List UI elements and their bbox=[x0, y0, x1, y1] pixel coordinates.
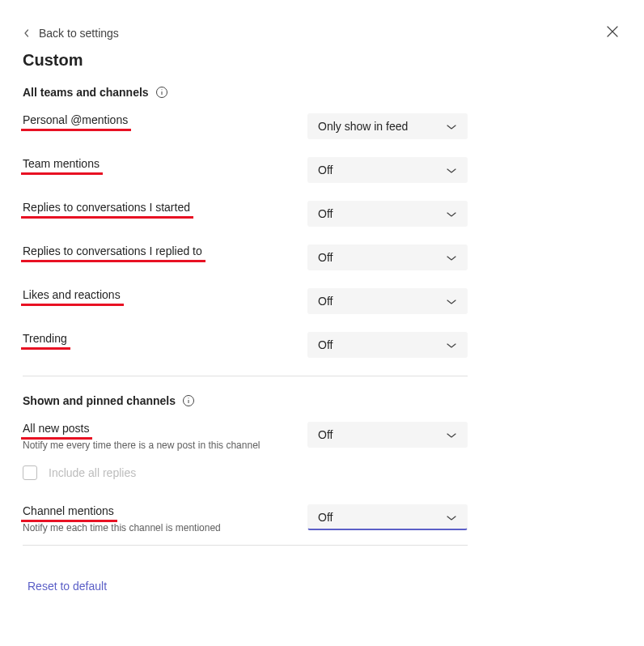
select-value: Off bbox=[318, 295, 333, 308]
back-to-settings-link[interactable]: Back to settings bbox=[23, 27, 119, 40]
label-replies-started: Replies to conversations I started bbox=[23, 201, 190, 215]
reset-to-default-link[interactable]: Reset to default bbox=[23, 580, 107, 593]
chevron-down-icon bbox=[446, 338, 457, 351]
svg-point-2 bbox=[161, 89, 162, 90]
select-trending[interactable]: Off bbox=[307, 332, 468, 358]
label-trending: Trending bbox=[23, 332, 67, 346]
select-value: Off bbox=[318, 338, 333, 351]
chevron-down-icon bbox=[446, 428, 457, 441]
section-shown-pinned-header: Shown and pinned channels bbox=[23, 394, 176, 407]
chevron-down-icon bbox=[446, 164, 457, 176]
select-replies-replied[interactable]: Off bbox=[307, 244, 468, 270]
divider bbox=[23, 545, 468, 546]
label-replies-replied: Replies to conversations I replied to bbox=[23, 244, 202, 259]
select-likes-reactions[interactable]: Off bbox=[307, 288, 468, 314]
select-channel-mentions[interactable]: Off bbox=[307, 504, 468, 530]
label-likes-reactions: Likes and reactions bbox=[23, 288, 121, 303]
label-personal-mentions: Personal @mentions bbox=[23, 113, 128, 128]
select-value: Off bbox=[318, 251, 333, 264]
chevron-down-icon bbox=[446, 207, 457, 220]
sub-channel-mentions: Notify me each time this channel is ment… bbox=[23, 522, 307, 533]
select-value: Off bbox=[318, 164, 333, 176]
close-button[interactable] bbox=[604, 23, 621, 43]
select-value: Off bbox=[318, 207, 333, 220]
select-all-new-posts[interactable]: Off bbox=[307, 422, 468, 448]
label-all-new-posts: All new posts bbox=[23, 422, 89, 436]
svg-point-5 bbox=[189, 397, 189, 398]
select-value: Off bbox=[318, 428, 333, 441]
back-label: Back to settings bbox=[39, 27, 119, 40]
select-value: Only show in feed bbox=[318, 120, 408, 133]
info-icon[interactable] bbox=[155, 86, 168, 99]
info-icon[interactable] bbox=[182, 394, 195, 407]
select-value: Off bbox=[318, 511, 333, 524]
select-replies-started[interactable]: Off bbox=[307, 201, 468, 227]
select-team-mentions[interactable]: Off bbox=[307, 157, 468, 183]
include-all-replies-checkbox[interactable] bbox=[23, 465, 37, 480]
divider bbox=[23, 376, 468, 376]
section-all-teams-header: All teams and channels bbox=[23, 86, 149, 99]
page-title: Custom bbox=[23, 51, 621, 70]
chevron-left-icon bbox=[23, 27, 31, 40]
sub-all-new-posts: Notify me every time there is a new post… bbox=[23, 440, 307, 451]
include-all-replies-label: Include all replies bbox=[49, 466, 136, 479]
chevron-down-icon bbox=[446, 251, 457, 264]
select-personal-mentions[interactable]: Only show in feed bbox=[307, 113, 468, 139]
chevron-down-icon bbox=[446, 120, 457, 133]
close-icon bbox=[607, 27, 618, 40]
label-channel-mentions: Channel mentions bbox=[23, 504, 114, 519]
chevron-down-icon bbox=[446, 295, 457, 308]
label-team-mentions: Team mentions bbox=[23, 157, 100, 172]
chevron-down-icon bbox=[446, 511, 457, 524]
